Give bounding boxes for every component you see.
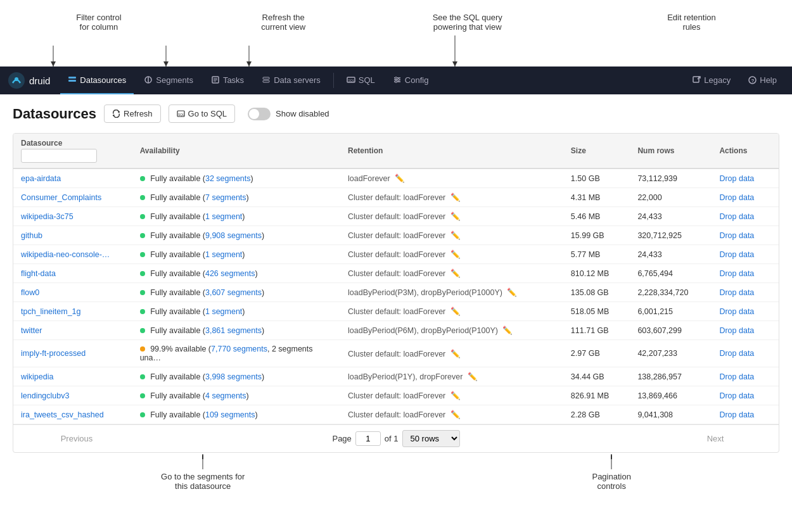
retention-edit-icon[interactable]: ✏️: [450, 350, 461, 358]
datasource-link[interactable]: github: [21, 231, 42, 240]
legacy-icon: [693, 76, 701, 84]
cell-retention: Cluster default: loadForever ✏️: [340, 188, 563, 207]
nav-tab-sql[interactable]: SQL SQL: [339, 66, 383, 94]
bottom-arrow-pagination: [611, 454, 612, 473]
drop-data-button[interactable]: Drop data: [719, 349, 754, 358]
refresh-button[interactable]: Refresh: [104, 104, 161, 123]
cell-size: 4.31 MB: [563, 188, 630, 207]
datasource-link[interactable]: epa-airdata: [21, 174, 61, 183]
show-disabled-toggle[interactable]: Show disabled: [248, 108, 329, 120]
segments-link[interactable]: 3,607 segments: [205, 288, 262, 297]
drop-data-button[interactable]: Drop data: [719, 326, 754, 335]
retention-edit-icon[interactable]: ✏️: [450, 307, 461, 316]
datasource-link[interactable]: wikipedia-neo-console-…: [21, 250, 110, 259]
cell-retention: loadForever ✏️: [340, 168, 563, 188]
nav-tab-help[interactable]: ? Help: [741, 66, 784, 94]
sql-btn-icon: SQL: [177, 110, 185, 118]
table-row: imply-ft-processed 99.9% available (7,77…: [13, 340, 779, 367]
nav-tab-legacy[interactable]: Legacy: [685, 66, 738, 94]
segments-link[interactable]: 109 segments: [205, 410, 255, 419]
nav-tab-segments[interactable]: Segments: [136, 66, 201, 94]
retention-edit-icon[interactable]: ✏️: [450, 250, 461, 259]
retention-edit-icon[interactable]: ✏️: [450, 269, 461, 278]
drop-data-button[interactable]: Drop data: [719, 269, 754, 278]
annotation-goto-segments: Go to the segments for this datasource: [161, 472, 245, 491]
toggle-switch[interactable]: [248, 108, 271, 120]
retention-edit-icon[interactable]: ✏️: [507, 288, 517, 297]
retention-edit-icon[interactable]: ✏️: [450, 212, 461, 221]
cell-num-rows: 13,869,466: [630, 386, 712, 405]
nav-right: Legacy ? Help: [685, 66, 784, 94]
drop-data-button[interactable]: Drop data: [719, 410, 754, 419]
retention-edit-icon[interactable]: ✏️: [468, 372, 478, 381]
retention-edit-icon[interactable]: ✏️: [395, 174, 405, 183]
page-header: Datasources Refresh SQL Go to SQL Show d…: [13, 104, 779, 123]
retention-edit-icon[interactable]: ✏️: [450, 410, 461, 419]
nav-tab-help-label: Help: [760, 75, 777, 85]
segments-link[interactable]: 4 segments: [205, 391, 246, 400]
segments-link[interactable]: 9,908 segments: [205, 231, 262, 240]
cell-size: 111.71 GB: [563, 321, 630, 340]
retention-edit-icon[interactable]: ✏️: [450, 231, 461, 240]
nav-tab-data-servers-label: Data servers: [274, 75, 321, 85]
nav-tab-tasks[interactable]: Tasks: [203, 66, 252, 94]
cell-num-rows: 42,207,233: [630, 340, 712, 367]
drop-data-button[interactable]: Drop data: [719, 193, 754, 202]
col-header-retention: Retention: [340, 134, 563, 168]
nav-tab-datasources[interactable]: Datasources: [60, 66, 134, 94]
cell-availability: Fully available (32 segments): [132, 168, 340, 188]
retention-text: Cluster default: loadForever: [348, 307, 445, 316]
availability-text: Fully available (: [150, 212, 205, 221]
drop-data-button[interactable]: Drop data: [719, 212, 754, 221]
segments-link[interactable]: 1 segment: [205, 307, 242, 316]
segments-link[interactable]: 1 segment: [205, 212, 242, 221]
page-label: Page: [332, 434, 351, 443]
datasource-filter-input[interactable]: [21, 149, 97, 163]
retention-edit-icon[interactable]: ✏️: [502, 326, 513, 335]
cell-size: 1.50 GB: [563, 168, 630, 188]
page-number-input[interactable]: [355, 431, 381, 446]
cell-size: 5.46 MB: [563, 207, 630, 226]
datasource-link[interactable]: twitter: [21, 326, 42, 335]
table-row: github Fully available (9,908 segments) …: [13, 226, 779, 245]
drop-data-button[interactable]: Drop data: [719, 231, 754, 240]
seg-suffix: ): [242, 212, 245, 221]
svg-rect-19: [263, 80, 269, 82]
segments-link[interactable]: 7 segments: [205, 193, 246, 202]
drop-data-button[interactable]: Drop data: [719, 174, 754, 183]
cell-actions: Drop data: [712, 264, 779, 283]
cell-retention: Cluster default: loadForever ✏️: [340, 226, 563, 245]
seg-suffix: ): [262, 288, 264, 297]
drop-data-button[interactable]: Drop data: [719, 250, 754, 259]
datasource-link[interactable]: tpch_lineitem_1g: [21, 307, 81, 316]
datasource-link[interactable]: wikipedia: [21, 372, 53, 381]
segments-link[interactable]: 7,770 segments: [211, 345, 267, 353]
datasource-link[interactable]: wikipedia-3c75: [21, 212, 73, 221]
drop-data-button[interactable]: Drop data: [719, 307, 754, 316]
cell-num-rows: 6,765,494: [630, 264, 712, 283]
datasource-link[interactable]: flight-data: [21, 269, 56, 278]
datasource-link[interactable]: flow0: [21, 288, 39, 297]
nav-tab-config[interactable]: Config: [385, 66, 437, 94]
cell-num-rows: 6,001,215: [630, 302, 712, 321]
segments-link[interactable]: 3,861 segments: [205, 326, 262, 335]
segments-link[interactable]: 426 segments: [205, 269, 255, 278]
segments-link[interactable]: 3,998 segments: [205, 372, 262, 381]
nav-tab-data-servers[interactable]: Data servers: [254, 66, 328, 94]
segments-link[interactable]: 1 segment: [205, 250, 242, 259]
drop-data-button[interactable]: Drop data: [719, 372, 754, 381]
goto-sql-button[interactable]: SQL Go to SQL: [169, 104, 235, 123]
show-disabled-label: Show disabled: [276, 109, 329, 118]
datasource-link[interactable]: ira_tweets_csv_hashed: [21, 410, 104, 419]
datasource-link[interactable]: lendingclubv3: [21, 391, 69, 400]
cell-availability: Fully available (4 segments): [132, 386, 340, 405]
retention-edit-icon[interactable]: ✏️: [450, 193, 461, 202]
rows-per-page-select[interactable]: 25 rows 50 rows 100 rows: [402, 430, 460, 447]
retention-edit-icon[interactable]: ✏️: [450, 391, 461, 400]
drop-data-button[interactable]: Drop data: [719, 391, 754, 400]
segments-link[interactable]: 32 segments: [205, 174, 251, 183]
datasource-link[interactable]: imply-ft-processed: [21, 349, 86, 358]
tasks-icon: [211, 75, 220, 84]
datasource-link[interactable]: Consumer_Complaints: [21, 193, 101, 202]
drop-data-button[interactable]: Drop data: [719, 288, 754, 297]
